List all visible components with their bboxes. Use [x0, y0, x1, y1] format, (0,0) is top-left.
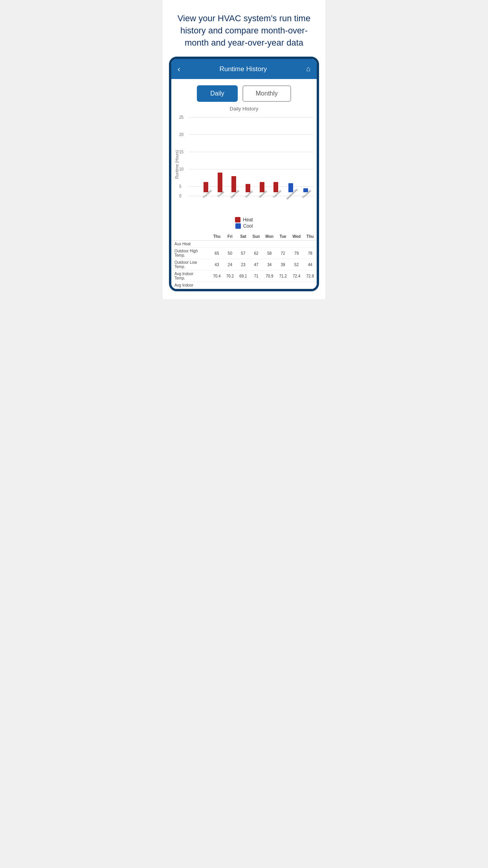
- table-header-row: Thu Fri Sat Sun Mon Tue Wed Thu: [171, 233, 317, 241]
- bar-group: Thursday: [299, 117, 312, 196]
- legend-heat-color: [235, 217, 240, 223]
- table-row: Outdoor HighTemp. 6550 5762 5872 7978: [171, 248, 317, 259]
- bars-area: ThursdayFridaySaturdaySundayMondayTuesda…: [198, 117, 314, 196]
- bar-group: Sunday: [242, 117, 255, 196]
- y-tick-10: 10: [179, 167, 183, 171]
- y-tick-5: 5: [179, 184, 182, 189]
- chart-legend: Heat Cool: [171, 217, 317, 229]
- bar-stack: [214, 173, 227, 192]
- chart-area: 25 20 15 10 5: [189, 117, 314, 204]
- chart-container: Runtime (Hours) 25 20 15: [174, 113, 314, 215]
- tab-monthly[interactable]: Monthly: [242, 85, 291, 102]
- bar-group: Tuesday: [270, 117, 283, 196]
- header-title: Runtime History: [219, 65, 267, 73]
- table-row: Avg Indoor: [171, 282, 317, 289]
- tab-daily[interactable]: Daily: [197, 85, 238, 102]
- home-button[interactable]: ⌂: [306, 65, 310, 73]
- row-avg-indoor: Avg Indoor: [171, 282, 210, 289]
- phone-body: Daily Monthly Daily History Runtime (Hou…: [171, 79, 317, 289]
- back-button[interactable]: ‹: [178, 64, 180, 74]
- col-header-fri: Fri: [224, 233, 237, 241]
- bar-heat: [231, 176, 236, 192]
- col-header-sat: Sat: [237, 233, 250, 241]
- phone-frame: ‹ Runtime History ⌂ Daily Monthly Daily …: [169, 57, 319, 291]
- grid-line-0: 0: [189, 196, 314, 196]
- row-outdoor-high: Outdoor HighTemp.: [171, 248, 210, 259]
- col-header-tue: Tue: [276, 233, 290, 241]
- y-tick-0: 0: [179, 194, 182, 198]
- legend-heat: Heat: [235, 217, 253, 223]
- y-axis-label: Runtime (Hours): [175, 150, 179, 179]
- y-tick-15: 15: [179, 150, 183, 154]
- row-aux-heat: Aux Heat: [171, 241, 210, 248]
- y-tick-25: 25: [179, 115, 183, 120]
- y-tick-20: 20: [179, 132, 183, 137]
- col-header-thu1: Thu: [210, 233, 224, 241]
- tab-row: Daily Monthly: [171, 79, 317, 106]
- row-avg-indoor-temp: Avg IndoorTemp.: [171, 270, 210, 282]
- bar-heat: [218, 173, 222, 192]
- row-outdoor-low: Outdoor LowTemp.: [171, 259, 210, 270]
- bar-group: Wednesday: [284, 117, 298, 196]
- col-header-wed: Wed: [290, 233, 304, 241]
- legend-heat-label: Heat: [243, 217, 253, 223]
- bar-group: Saturday: [227, 117, 240, 196]
- table-row: Avg IndoorTemp. 70.470.2 69.171 70.971.2…: [171, 270, 317, 282]
- hero-description: View your HVAC system's run time history…: [163, 0, 325, 57]
- chart-title: Daily History: [171, 106, 317, 112]
- bar-group: Friday: [214, 117, 227, 196]
- table-row: Outdoor LowTemp. 4324 2347 3439 5244: [171, 259, 317, 270]
- col-header-thu2: Thu: [303, 233, 317, 241]
- bar-group: Monday: [255, 117, 268, 196]
- app-header: ‹ Runtime History ⌂: [171, 59, 317, 79]
- col-header-empty: [171, 233, 210, 241]
- legend-cool: Cool: [235, 223, 253, 229]
- table-row: Aux Heat: [171, 241, 317, 248]
- col-header-sun: Sun: [250, 233, 263, 241]
- data-table: Thu Fri Sat Sun Mon Tue Wed Thu Aux Heat: [171, 233, 317, 289]
- legend-cool-label: Cool: [243, 223, 253, 229]
- legend-cool-color: [235, 223, 241, 229]
- bar-group: Thursday: [200, 117, 213, 196]
- col-header-mon: Mon: [262, 233, 276, 241]
